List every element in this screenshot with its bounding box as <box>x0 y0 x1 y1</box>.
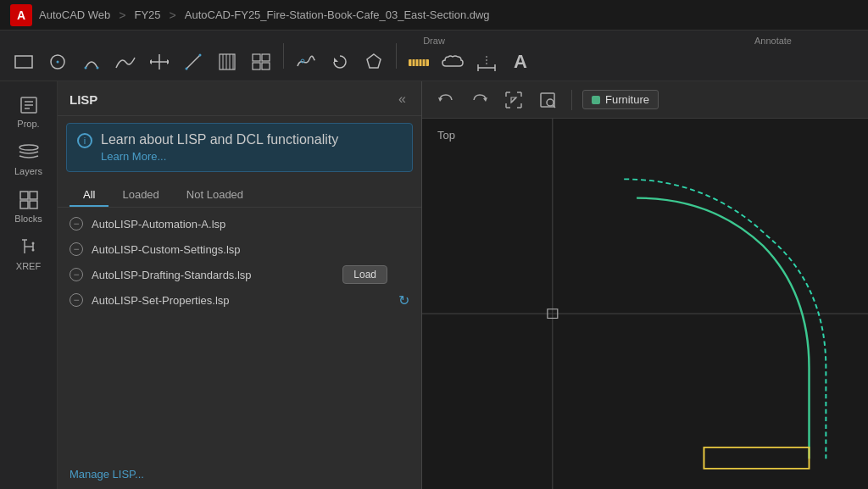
title-bar: A AutoCAD Web > FY25 > AutoCAD-FY25_Fire… <box>0 0 868 31</box>
layer-color-swatch <box>592 96 600 104</box>
polyline-tool[interactable] <box>110 47 141 77</box>
zoom-window-button[interactable] <box>534 86 561 114</box>
line-tool[interactable] <box>178 47 209 77</box>
text-tool[interactable]: A <box>505 47 536 77</box>
lisp-filename-1: AutoLISP-Automation-A.lsp <box>92 218 225 231</box>
canvas-toolbar: Furniture <box>422 81 868 119</box>
tab-all[interactable]: All <box>70 184 108 207</box>
list-item[interactable]: AutoLISP-Automation-A.lsp <box>58 211 421 236</box>
toolbar-sep-1 <box>283 43 284 69</box>
move-tool[interactable] <box>144 47 175 77</box>
svg-rect-17 <box>253 54 260 61</box>
properties-icon <box>16 95 42 115</box>
list-item[interactable]: AutoLISP-Custom-Settings.lsp <box>58 236 421 262</box>
undo-button[interactable] <box>432 86 459 114</box>
lisp-item-status-icon <box>70 242 83 256</box>
lisp-info-content: Learn about LISP and DCL functionality L… <box>101 132 338 163</box>
xref-icon <box>16 237 42 258</box>
measure-tool[interactable] <box>403 47 434 77</box>
polygon-tool[interactable] <box>359 47 389 77</box>
zoom-extents-button[interactable] <box>500 86 527 114</box>
list-item[interactable]: AutoLISP-Drafting-Standards.lsp Load <box>58 262 421 287</box>
svg-marker-6 <box>167 59 169 64</box>
xref-label: XREF <box>16 261 41 271</box>
svg-point-44 <box>31 249 34 252</box>
list-item[interactable]: AutoLISP-Set-Properties.lsp ↻ <box>58 287 421 313</box>
redo-button[interactable] <box>466 86 493 114</box>
svg-marker-23 <box>367 54 381 68</box>
svg-marker-7 <box>150 59 152 64</box>
svg-rect-20 <box>262 63 270 69</box>
manage-lisp-link[interactable]: Manage LISP... <box>58 461 421 489</box>
hatch-tool[interactable] <box>212 47 242 77</box>
layers-label: Layers <box>14 166 42 176</box>
svg-point-10 <box>186 67 188 69</box>
lisp-header: LISP « <box>58 81 421 116</box>
svg-point-38 <box>19 145 38 150</box>
sidebar-item-xref[interactable]: XREF <box>0 231 58 278</box>
lisp-close-button[interactable]: « <box>395 90 409 108</box>
lisp-info-banner: i Learn about LISP and DCL functionality… <box>66 123 413 172</box>
lisp-item-status-icon <box>70 268 83 281</box>
toolbar-sep-2 <box>396 43 397 69</box>
drawing-canvas <box>422 119 868 489</box>
svg-line-9 <box>186 55 200 69</box>
rectangle-tool[interactable] <box>8 47 39 77</box>
svg-rect-39 <box>20 192 28 199</box>
app-logo[interactable]: A <box>10 4 32 26</box>
canvas-content[interactable]: Top <box>422 119 868 489</box>
svg-rect-41 <box>20 201 28 208</box>
svg-point-4 <box>97 66 99 69</box>
svg-rect-19 <box>253 63 260 69</box>
array-tool[interactable] <box>246 47 276 77</box>
tab-not-loaded[interactable]: Not Loaded <box>173 184 257 207</box>
sidebar-item-properties[interactable]: Prop. <box>0 88 58 136</box>
blocks-icon <box>16 190 42 210</box>
annotate-section-label: Annotate <box>754 36 792 46</box>
svg-marker-46 <box>483 97 487 102</box>
lisp-tabs: All Loaded Not Loaded <box>58 179 421 208</box>
svg-rect-18 <box>262 54 270 61</box>
main-area: Prop. Layers Blocks <box>0 81 868 489</box>
tab-loaded[interactable]: Loaded <box>108 184 172 207</box>
sidebar-item-layers[interactable]: Layers <box>0 136 58 183</box>
svg-point-43 <box>31 242 34 245</box>
lisp-filename-4: AutoLISP-Set-Properties.lsp <box>92 294 230 307</box>
svg-point-11 <box>199 53 202 56</box>
svg-rect-42 <box>30 201 37 208</box>
svg-marker-22 <box>334 58 338 62</box>
draw-section-label: Draw <box>0 36 868 46</box>
lisp-load-button[interactable]: Load <box>342 265 387 284</box>
cloud-annotation-tool[interactable] <box>437 47 468 77</box>
arc-tool[interactable] <box>76 47 107 77</box>
svg-rect-40 <box>30 192 37 199</box>
svg-rect-63 <box>704 447 809 469</box>
svg-point-58 <box>547 99 554 106</box>
layer-indicator[interactable]: Furniture <box>582 90 659 109</box>
properties-label: Prop. <box>17 119 39 129</box>
svg-point-3 <box>85 66 87 69</box>
lisp-filename-2: AutoLISP-Custom-Settings.lsp <box>92 243 241 256</box>
lisp-panel: LISP « i Learn about LISP and DCL functi… <box>58 81 422 489</box>
svg-rect-0 <box>15 56 32 68</box>
canvas-area: Furniture Top <box>422 81 868 489</box>
svg-marker-45 <box>438 97 442 102</box>
svg-point-2 <box>57 60 59 63</box>
file-name: AutoCAD-FY25_Fire-Station-Book-Cafe_03_E… <box>185 8 490 21</box>
lisp-learn-more-link[interactable]: Learn More... <box>101 150 338 163</box>
rotate-tool[interactable] <box>325 47 355 77</box>
folder-name: FY25 <box>134 8 160 21</box>
circle-tool[interactable] <box>42 47 73 77</box>
lisp-filename-3: AutoLISP-Drafting-Standards.lsp <box>92 269 252 281</box>
layer-name: Furniture <box>605 93 649 106</box>
lisp-title: LISP <box>70 92 97 107</box>
dimension-tool[interactable] <box>471 47 502 77</box>
spline-tool[interactable] <box>291 47 321 77</box>
title-sep-2: > <box>170 8 176 22</box>
sidebar-item-blocks[interactable]: Blocks <box>0 183 58 231</box>
lisp-item-status-icon <box>70 293 83 307</box>
svg-marker-56 <box>511 97 516 103</box>
left-sidebar: Prop. Layers Blocks <box>0 81 58 489</box>
lisp-refresh-icon[interactable]: ↻ <box>398 292 409 308</box>
info-icon: i <box>77 133 92 148</box>
